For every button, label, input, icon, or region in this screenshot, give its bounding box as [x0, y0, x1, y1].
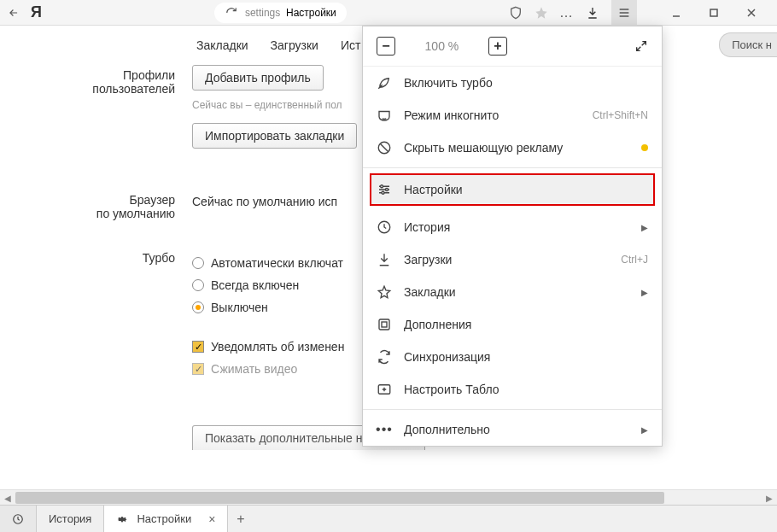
profiles-label-1: Профили: [0, 68, 175, 82]
horizontal-scrollbar[interactable]: ◀ ▶: [0, 489, 777, 505]
download-icon: [377, 252, 392, 267]
grid-add-icon: [377, 382, 392, 397]
bottom-tab-bar: История Настройки × +: [0, 505, 777, 532]
menu-item-turbo[interactable]: Включить турбо: [363, 67, 662, 99]
menu-item-downloads[interactable]: Загрузки Ctrl+J: [363, 243, 662, 276]
menu-item-incognito[interactable]: Режим инкогнито Ctrl+Shift+N: [363, 99, 662, 132]
import-bookmarks-button[interactable]: Импортировать закладки: [192, 123, 357, 149]
zoom-value: 100 %: [425, 39, 459, 53]
checkbox-icon: [192, 341, 204, 353]
menu-item-more[interactable]: ••• Дополнительно ▶: [363, 413, 662, 446]
new-tab-button[interactable]: +: [228, 506, 253, 532]
turbo-chk-notify: Уведомлять об изменен: [211, 340, 344, 354]
maximize-button[interactable]: [695, 0, 733, 26]
url-prefix: settings: [245, 7, 280, 19]
menu-downloads-label: Загрузки: [404, 253, 452, 266]
minimize-button[interactable]: [657, 0, 695, 26]
svg-point-4: [382, 191, 384, 194]
chevron-right-icon: ▶: [641, 288, 648, 297]
svg-rect-0: [710, 9, 717, 16]
tab-bookmarks[interactable]: Закладки: [196, 38, 248, 52]
menu-item-tableau[interactable]: Настроить Табло: [363, 373, 662, 406]
notification-dot-icon: [641, 144, 648, 151]
star-icon: [377, 284, 392, 300]
clock-icon: [12, 513, 24, 525]
addons-icon: [377, 317, 392, 332]
menu-zoom-row: − 100 % +: [363, 26, 662, 67]
bottom-settings-label: Настройки: [137, 512, 191, 525]
star-icon[interactable]: [535, 6, 548, 20]
sync-icon: [377, 349, 392, 365]
tab-close-icon[interactable]: ×: [208, 512, 215, 526]
turbo-opt-always: Всегда включен: [211, 278, 299, 292]
shield-icon[interactable]: [509, 6, 523, 20]
turbo-opt-off: Выключен: [211, 301, 268, 314]
menu-incognito-shortcut: Ctrl+Shift+N: [593, 109, 648, 121]
checkbox-icon: [192, 363, 204, 375]
radio-icon: [192, 279, 204, 291]
default-browser-text: Сейчас по умолчанию исп: [192, 195, 337, 208]
default-browser-label-2: по умолчанию: [0, 207, 175, 220]
turbo-label: Турбо: [0, 251, 175, 265]
chevron-right-icon: ▶: [641, 425, 648, 435]
back-icon[interactable]: [7, 6, 20, 20]
radio-icon: [192, 301, 204, 313]
menu-item-settings[interactable]: Настройки: [370, 173, 655, 206]
zoom-in-button[interactable]: +: [488, 37, 507, 56]
menu-sync-label: Синхронизация: [404, 350, 490, 364]
menu-item-sync[interactable]: Синхронизация: [363, 341, 662, 373]
menu-addons-label: Дополнения: [404, 318, 471, 331]
scrollbar-thumb[interactable]: [15, 492, 664, 504]
bottom-tab-history[interactable]: История: [37, 506, 104, 532]
reload-icon[interactable]: [225, 6, 238, 20]
menu-tableau-label: Настроить Табло: [404, 383, 500, 396]
menu-bookmarks-label: Закладки: [404, 285, 456, 299]
menu-item-history[interactable]: История ▶: [363, 211, 662, 243]
turbo-chk-compress: Сжимать видео: [211, 362, 297, 376]
menu-settings-label: Настройки: [404, 183, 463, 196]
sliders-icon: [377, 182, 392, 197]
download-icon[interactable]: [586, 6, 599, 20]
turbo-opt-auto: Автоматически включат: [211, 256, 343, 270]
tab-history[interactable]: Ист: [341, 38, 360, 52]
mask-icon: [377, 108, 392, 123]
main-menu-popup: − 100 % + Включить турбо Режим инкогнито…: [362, 26, 663, 447]
menu-item-addons[interactable]: Дополнения: [363, 308, 662, 341]
clock-icon: [377, 219, 392, 235]
menu-turbo-label: Включить турбо: [404, 76, 493, 90]
zoom-out-button[interactable]: −: [377, 37, 395, 56]
address-bar[interactable]: settings Настройки: [214, 3, 347, 23]
svg-point-2: [381, 185, 383, 188]
menu-item-bookmarks[interactable]: Закладки ▶: [363, 276, 662, 308]
menu-downloads-shortcut: Ctrl+J: [621, 254, 648, 266]
menu-adblock-label: Скрыть мешающую рекламу: [404, 141, 563, 155]
gear-icon: [116, 513, 128, 525]
bottom-history-label: История: [49, 512, 91, 525]
svg-rect-6: [379, 319, 389, 330]
menu-item-adblock[interactable]: Скрыть мешающую рекламу: [363, 132, 662, 164]
svg-point-3: [386, 189, 388, 191]
bottom-tab-clock[interactable]: [0, 506, 37, 532]
menu-more-label: Дополнительно: [404, 423, 490, 436]
tab-downloads[interactable]: Загрузки: [271, 38, 318, 52]
dots-icon: •••: [377, 422, 392, 437]
close-button[interactable]: [733, 0, 770, 26]
bottom-tab-settings[interactable]: Настройки ×: [104, 506, 228, 532]
fullscreen-icon[interactable]: [634, 39, 648, 53]
search-settings-button[interactable]: Поиск н: [719, 32, 777, 57]
scroll-right-icon[interactable]: ▶: [762, 490, 777, 506]
yandex-logo[interactable]: Я: [31, 3, 42, 21]
rocket-icon: [377, 75, 392, 91]
menu-button[interactable]: [611, 0, 637, 26]
scroll-left-icon[interactable]: ◀: [0, 490, 15, 506]
add-profile-button[interactable]: Добавить профиль: [192, 65, 324, 91]
menu-history-label: История: [404, 220, 450, 234]
radio-icon: [192, 257, 204, 269]
titlebar: Я settings Настройки …: [0, 0, 777, 26]
profiles-label-2: пользователей: [0, 82, 175, 96]
menu-incognito-label: Режим инкогнито: [404, 108, 499, 122]
more-icon[interactable]: …: [560, 6, 574, 20]
chevron-right-icon: ▶: [641, 223, 648, 232]
svg-rect-7: [382, 322, 387, 327]
default-browser-label-1: Браузер: [0, 193, 175, 207]
